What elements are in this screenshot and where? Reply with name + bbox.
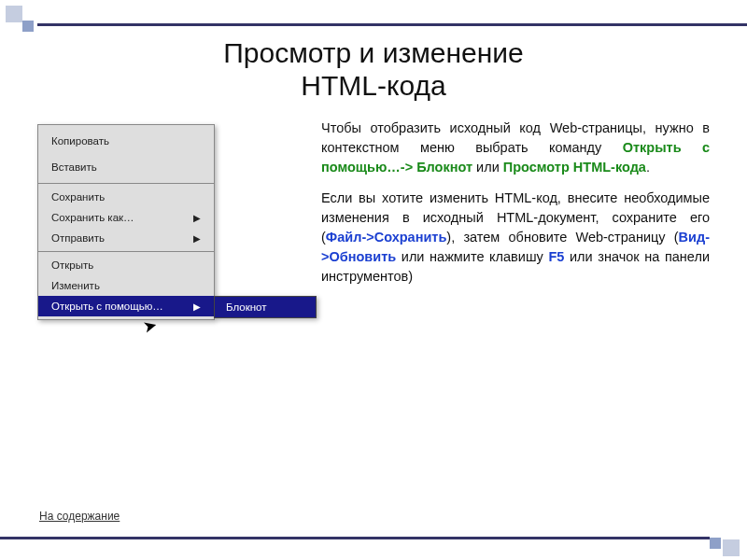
body-text: Чтобы отобразить исходный код Web-страни… bbox=[321, 119, 710, 320]
menu-edit[interactable]: Изменить bbox=[38, 275, 214, 296]
title-line1: Просмотр и изменение bbox=[223, 37, 524, 68]
menu-save[interactable]: Сохранить bbox=[38, 187, 214, 207]
link-to-contents[interactable]: На содержание bbox=[39, 510, 120, 523]
submenu-open-with: Блокнот bbox=[214, 296, 317, 318]
chevron-right-icon: ▶ bbox=[193, 301, 201, 312]
chevron-right-icon: ▶ bbox=[193, 213, 201, 223]
menu-paste[interactable]: Вставить bbox=[38, 154, 214, 180]
menu-open[interactable]: Открыть bbox=[38, 255, 214, 275]
menu-open-with[interactable]: Открыть с помощью… ▶ Блокнот bbox=[38, 296, 214, 316]
title-line2: HTML-кода bbox=[301, 70, 445, 101]
submenu-notepad[interactable]: Блокнот bbox=[215, 297, 316, 317]
context-menu-illustration: Копировать Вставить Сохранить Сохранить … bbox=[37, 124, 299, 320]
menu-saveas[interactable]: Сохранить как…▶ bbox=[38, 207, 214, 228]
slide-body: Просмотр и изменение HTML-кода Копироват… bbox=[0, 37, 747, 532]
chevron-right-icon: ▶ bbox=[193, 233, 201, 244]
hl-file-save: Файл->Сохранить bbox=[326, 230, 447, 245]
menu-send[interactable]: Отправить▶ bbox=[38, 228, 214, 248]
hl-view-source: Просмотр HTML-кода bbox=[503, 160, 646, 175]
page-title: Просмотр и изменение HTML-кода bbox=[37, 37, 710, 102]
hl-f5: F5 bbox=[548, 249, 564, 264]
menu-copy[interactable]: Копировать bbox=[38, 128, 214, 154]
context-menu: Копировать Вставить Сохранить Сохранить … bbox=[37, 124, 215, 320]
